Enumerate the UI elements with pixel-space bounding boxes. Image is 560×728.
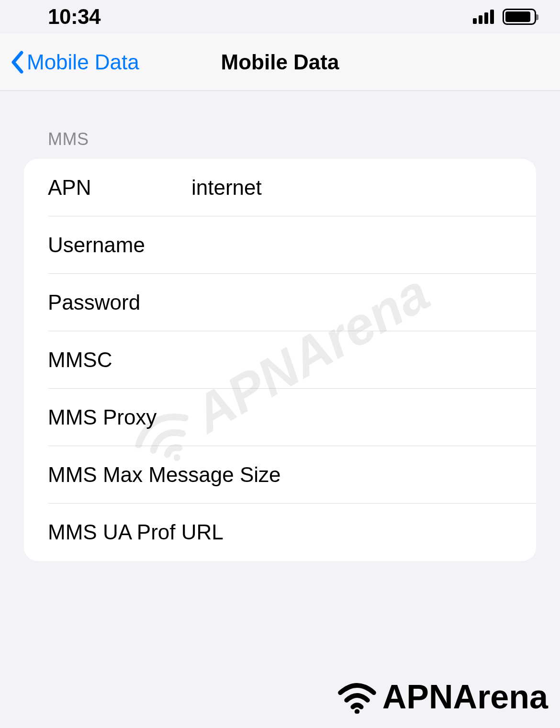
svg-point-1 bbox=[355, 709, 360, 714]
label-mms-proxy: MMS Proxy bbox=[48, 405, 191, 429]
input-password[interactable] bbox=[191, 291, 512, 314]
footer-logo-text: APNArena bbox=[382, 678, 548, 716]
row-mms-max-size[interactable]: MMS Max Message Size bbox=[24, 446, 536, 504]
input-username[interactable] bbox=[191, 233, 512, 257]
settings-card: APN Username Password MMSC MMS Proxy MMS… bbox=[24, 159, 536, 561]
back-button[interactable]: Mobile Data bbox=[0, 50, 139, 74]
content-area: MMS APN Username Password MMSC MMS Proxy… bbox=[0, 91, 560, 561]
input-mms-proxy[interactable] bbox=[191, 405, 512, 429]
row-mmsc[interactable]: MMSC bbox=[24, 331, 536, 389]
status-bar: 10:34 bbox=[0, 0, 560, 34]
row-password[interactable]: Password bbox=[24, 274, 536, 331]
row-mms-ua-prof[interactable]: MMS UA Prof URL bbox=[24, 504, 536, 561]
status-time: 10:34 bbox=[48, 5, 101, 29]
nav-bar: Mobile Data Mobile Data bbox=[0, 34, 560, 91]
row-username[interactable]: Username bbox=[24, 216, 536, 274]
input-mmsc[interactable] bbox=[191, 348, 512, 372]
label-password: Password bbox=[48, 291, 191, 314]
label-apn: APN bbox=[48, 176, 191, 200]
input-apn[interactable] bbox=[191, 176, 512, 200]
label-mms-ua-prof: MMS UA Prof URL bbox=[48, 520, 224, 544]
section-header-mms: MMS bbox=[24, 129, 536, 149]
cellular-signal-icon bbox=[473, 10, 494, 24]
back-label: Mobile Data bbox=[27, 50, 139, 74]
status-icons bbox=[473, 9, 536, 25]
row-apn[interactable]: APN bbox=[24, 159, 536, 216]
label-mmsc: MMSC bbox=[48, 348, 191, 372]
label-username: Username bbox=[48, 233, 191, 257]
battery-icon bbox=[503, 9, 536, 25]
footer-logo: APNArena bbox=[336, 678, 548, 716]
page-title: Mobile Data bbox=[221, 50, 339, 74]
label-mms-max-size: MMS Max Message Size bbox=[48, 463, 281, 487]
row-mms-proxy[interactable]: MMS Proxy bbox=[24, 389, 536, 446]
wifi-icon bbox=[336, 680, 379, 714]
chevron-left-icon bbox=[10, 50, 24, 74]
